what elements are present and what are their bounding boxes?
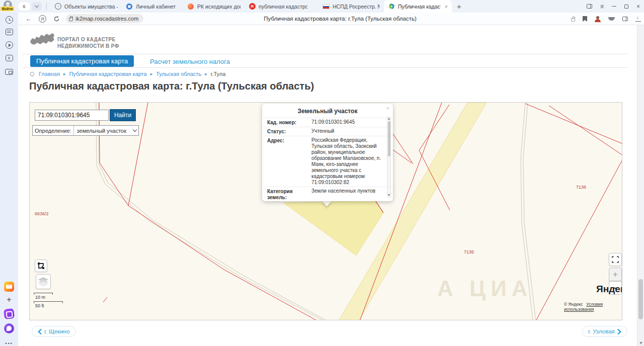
filter-select[interactable]: Определение: земельный участок xyxy=(32,125,139,136)
collections-icon[interactable] xyxy=(622,17,628,21)
close-tab-icon[interactable]: × xyxy=(445,4,448,10)
roscadastre-pinwheel-icon xyxy=(388,3,395,10)
ruler-polygon-icon xyxy=(37,262,45,270)
video-play-icon[interactable] xyxy=(4,40,14,50)
layers-button[interactable] xyxy=(36,274,51,289)
scrollbar-thumb[interactable] xyxy=(638,279,643,319)
filter-value: земельный участок xyxy=(77,128,126,134)
fullscreen-button[interactable] xyxy=(609,253,622,266)
selected-parcel[interactable] xyxy=(283,201,383,255)
popup-row: Адрес:Российская Федерация, Тульская обл… xyxy=(262,136,393,187)
cadastral-map[interactable]: А ЦИА 6636/2 7136 7136 xyxy=(29,102,622,320)
next-city-button[interactable]: г. Узловая xyxy=(582,326,627,337)
zoom-in-button[interactable]: + xyxy=(609,268,622,281)
downloads-icon[interactable] xyxy=(635,16,641,22)
tab-nspd[interactable]: НСПД Росреестр. NSPD п xyxy=(318,0,384,13)
tab-count-button[interactable]: 6 xyxy=(18,2,30,11)
protect-lock-icon[interactable] xyxy=(571,17,575,22)
chevron-right-icon xyxy=(617,329,621,334)
feed-icon[interactable] xyxy=(4,27,14,37)
popup-row: Статус:Учтенный xyxy=(262,127,393,136)
orange-circle-icon xyxy=(187,3,194,10)
page-title: Публичная кадастровая карта: г.Тула (Тул… xyxy=(29,80,314,92)
yandex-icon: Я xyxy=(249,3,256,10)
chevron-left-icon xyxy=(38,329,42,334)
tab-yandex-search[interactable]: Я публичная кадастровая xyxy=(245,0,311,13)
filter-label: Определение: xyxy=(35,128,71,134)
parcel-label: 6636/2 xyxy=(35,211,49,216)
bookmark-icon[interactable] xyxy=(583,16,587,22)
tab-list-dropdown[interactable] xyxy=(32,2,42,11)
minimize-icon[interactable] xyxy=(612,6,616,7)
divider xyxy=(22,54,628,54)
fullscreen-icon xyxy=(612,256,619,263)
tab-public-cadastral-map[interactable]: Публичная кадастровая карта xyxy=(30,55,134,67)
portal-logo-text: ПОРТАЛ О КАДАСТРЕ НЕДВИЖИМОСТИ В РФ xyxy=(57,36,119,49)
popup-scroll-thumb[interactable] xyxy=(388,121,390,156)
more-dots-icon[interactable]: ••• xyxy=(4,338,14,346)
url-field[interactable]: ik2map.roscadastres.com xyxy=(66,14,143,23)
scale-ruler: 10 m 50 ft xyxy=(34,293,63,309)
close-icon[interactable]: × xyxy=(386,105,389,111)
yandex-home-icon[interactable]: Я xyxy=(39,15,46,23)
close-window-icon[interactable]: × xyxy=(636,4,640,10)
refresh-icon[interactable] xyxy=(53,16,60,22)
divider xyxy=(46,3,47,10)
lock-icon xyxy=(69,18,73,21)
account-icon[interactable] xyxy=(595,16,601,22)
yandex-logo[interactable]: Яндекс xyxy=(596,284,622,295)
pin-icon xyxy=(29,71,35,76)
tab-outgoing-docs[interactable]: РК исходящих документ xyxy=(183,0,245,13)
site-page: ПОРТАЛ О КАДАСТРЕ НЕДВИЖИМОСТИ В РФ Публ… xyxy=(18,25,637,346)
scroll-down-arrow[interactable] xyxy=(639,342,642,344)
login-badge: Войти xyxy=(1,7,14,11)
yandex-mail-icon[interactable] xyxy=(4,282,14,292)
alice-icon[interactable] xyxy=(4,323,14,333)
russian-flag-icon xyxy=(323,3,330,10)
tab-objects[interactable]: → Объекты имущества - Ф xyxy=(50,0,122,13)
browser-sidebar: 6 + ••• xyxy=(0,13,18,346)
chevron-down-icon xyxy=(133,128,137,132)
russia-map-logo xyxy=(29,30,55,48)
breadcrumb-region[interactable]: Тульская область xyxy=(156,71,201,77)
scroll-up-icon[interactable] xyxy=(388,118,390,120)
incognito-icon[interactable] xyxy=(608,17,615,21)
profile-button[interactable]: Войти xyxy=(0,0,15,13)
side-panel-icon[interactable] xyxy=(587,4,592,9)
prev-city-button[interactable]: г. Щекино xyxy=(32,326,76,337)
screencast-icon[interactable] xyxy=(4,67,14,77)
restore-window-icon[interactable] xyxy=(624,5,628,9)
badge-6-icon[interactable]: 6 xyxy=(4,53,14,63)
url-domain: ik2map.roscadastres.com xyxy=(75,16,138,22)
breadcrumb: Главная ▸ Публичная кадастровая карта ▸ … xyxy=(30,71,225,77)
search-input[interactable] xyxy=(35,110,109,121)
popup-scrollbar[interactable] xyxy=(387,117,391,197)
popup-title: Земельный участок xyxy=(262,104,393,118)
add-panel-icon[interactable]: + xyxy=(4,295,14,305)
popup-row: Кад. номер:71:09:010301:9645 xyxy=(262,118,393,127)
divider xyxy=(22,67,628,68)
telemost-icon[interactable] xyxy=(4,309,14,319)
breadcrumb-home[interactable]: Главная xyxy=(39,71,60,77)
blue-ring-icon xyxy=(126,3,133,10)
new-tab-button[interactable]: + xyxy=(452,2,466,11)
parcel-label: 7136 xyxy=(464,249,474,254)
tab-land-tax-calc[interactable]: Расчет земельного налога xyxy=(150,58,230,65)
breadcrumb-map[interactable]: Публичная кадастровая карта xyxy=(69,71,146,77)
parcel-info-popup: × Земельный участок Кад. номер:71:09:010… xyxy=(262,104,393,201)
search-button[interactable]: Найти xyxy=(110,109,136,121)
map-attribution: © Яндекс Условия использования xyxy=(564,302,622,312)
circle-arrow-icon: → xyxy=(54,3,61,10)
tab-public-cadastral-map-active[interactable]: Публичная кадастров × xyxy=(384,0,452,13)
tab-personal-cabinet[interactable]: Личный кабинет xyxy=(122,0,183,13)
history-clock-icon[interactable] xyxy=(4,15,14,25)
measure-area-button[interactable] xyxy=(35,260,47,272)
scroll-down-icon[interactable] xyxy=(388,194,390,196)
back-icon[interactable]: ← xyxy=(25,15,32,23)
address-bar: ← Я ik2map.roscadastres.com Публичная ка… xyxy=(18,13,644,25)
popup-row: Категория земель:Земли населенных пункто… xyxy=(262,187,393,201)
page-scrollbar[interactable] xyxy=(637,25,644,346)
browser-menu-icon[interactable]: ≡ xyxy=(600,3,604,10)
browser-tab-bar: Войти 6 → Объекты имущества - Ф Личный к… xyxy=(0,0,644,13)
address-bar-page-title: Публичная кадастровая карта: г.Тула (Тул… xyxy=(209,16,471,22)
